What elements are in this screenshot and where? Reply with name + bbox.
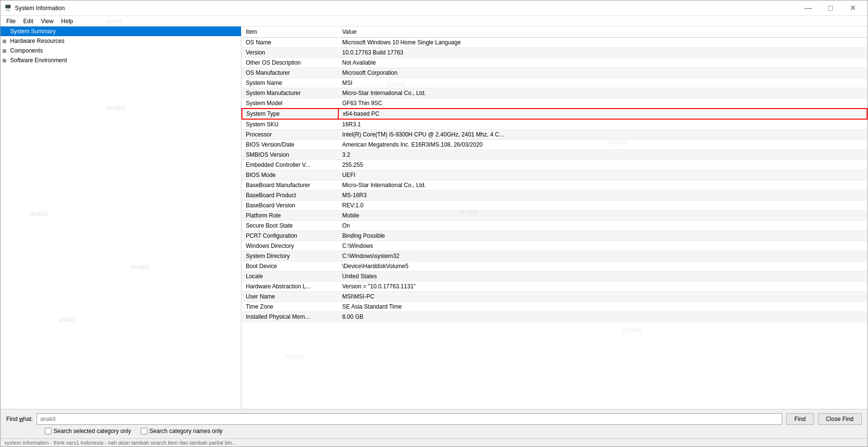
- sidebar-item-hardware-resources[interactable]: ⊞ Hardware Resources: [0, 36, 241, 46]
- table-cell-value: x64-based PC: [338, 108, 867, 119]
- data-table: Item Value OS NameMicrosoft Windows 10 H…: [241, 27, 868, 409]
- expand-icon-hardware: ⊞: [2, 39, 8, 44]
- table-row: Version10.0.17763 Build 17763: [242, 48, 867, 58]
- sidebar-item-components[interactable]: ⊞ Components: [0, 46, 241, 55]
- checkbox-category-names: Search category names only: [141, 428, 223, 434]
- sidebar-label-software-environment: Software Environment: [10, 57, 67, 64]
- table-row: User NameMSI\MSI-PC: [242, 292, 867, 302]
- table-row: Other OS DescriptionNot Available: [242, 58, 867, 68]
- table-cell-value: 255.255: [338, 160, 867, 170]
- table-cell-item: BaseBoard Product: [242, 190, 338, 201]
- table-cell-item: System Directory: [242, 251, 338, 261]
- status-bar: system information - think vars1 indones…: [0, 438, 868, 447]
- close-find-button[interactable]: Close Find: [818, 413, 862, 425]
- checkbox-category-names-input[interactable]: [141, 428, 147, 434]
- find-button[interactable]: Find: [786, 413, 814, 425]
- table-row: LocaleUnited States: [242, 271, 867, 282]
- checkbox-selected-category-input[interactable]: [45, 428, 52, 434]
- app-icon: 🖥️: [4, 4, 12, 12]
- sidebar-watermarks: anakit anakit anakit anakit: [0, 27, 241, 409]
- table-cell-item: Platform Role: [242, 211, 338, 221]
- find-input[interactable]: [37, 413, 782, 425]
- expand-icon-components: ⊞: [2, 48, 8, 54]
- table-cell-item: OS Name: [242, 38, 338, 48]
- table-row: BaseBoard ProductMS-16R3: [242, 190, 867, 201]
- minimize-button[interactable]: —: [797, 0, 819, 16]
- table-cell-value: United States: [338, 271, 867, 282]
- main-window: 🖥️ System Information — □ ✕ File Edit Vi…: [0, 0, 868, 447]
- table-cell-value: American Megatrends Inc. E16R3IMS.108, 2…: [338, 140, 867, 150]
- checkbox-selected-category: Search selected category only: [45, 428, 131, 434]
- table-cell-item: Installed Physical Mem...: [242, 312, 338, 322]
- table-cell-item: System Manufacturer: [242, 88, 338, 98]
- table-cell-item: User Name: [242, 292, 338, 302]
- table-row: BaseBoard VersionREV:1.0: [242, 201, 867, 211]
- table-cell-value: Micro-Star International Co., Ltd.: [338, 88, 867, 98]
- table-row: Boot Device\Device\HarddiskVolume5: [242, 261, 867, 271]
- table-cell-item: Processor: [242, 130, 338, 140]
- table-row: System DirectoryC:\Windows\system32: [242, 251, 867, 261]
- col-header-value: Value: [338, 27, 867, 38]
- menu-view[interactable]: View: [37, 17, 57, 26]
- find-label: Find what:: [6, 416, 33, 422]
- watermark-3: anakit: [131, 263, 148, 271]
- table-cell-item: Secure Boot State: [242, 221, 338, 231]
- checkbox-category-names-label[interactable]: Search category names only: [149, 428, 223, 434]
- menu-edit[interactable]: Edit: [19, 17, 37, 26]
- table-cell-value: Intel(R) Core(TM) i5-9300H CPU @ 2.40GHz…: [338, 130, 867, 140]
- info-table: Item Value OS NameMicrosoft Windows 10 H…: [241, 27, 868, 322]
- table-row: Hardware Abstraction L...Version = "10.0…: [242, 282, 867, 292]
- title-bar: 🖥️ System Information — □ ✕: [0, 0, 868, 16]
- sidebar-label-system-summary: System Summary: [10, 28, 56, 35]
- table-row: PCR7 ConfigurationBinding Possible: [242, 231, 867, 241]
- table-row: System ModelGF63 Thin 9SC: [242, 98, 867, 109]
- table-cell-item: Embedded Controller V...: [242, 160, 338, 170]
- title-bar-controls: — □ ✕: [797, 0, 864, 16]
- table-row: BaseBoard ManufacturerMicro-Star Interna…: [242, 180, 867, 190]
- sidebar-label-hardware-resources: Hardware Resources: [10, 38, 65, 44]
- table-cell-item: BIOS Mode: [242, 170, 338, 180]
- table-row: BIOS ModeUEFI: [242, 170, 867, 180]
- table-cell-value: Mobile: [338, 211, 867, 221]
- table-row: System SKU16R3.1: [242, 119, 867, 130]
- table-cell-item: Windows Directory: [242, 241, 338, 251]
- table-cell-value: MS-16R3: [338, 190, 867, 201]
- table-cell-value: 16R3.1: [338, 119, 867, 130]
- sidebar-item-software-environment[interactable]: ⊞ Software Environment: [0, 55, 241, 65]
- close-button[interactable]: ✕: [841, 0, 864, 16]
- table-cell-value: GF63 Thin 9SC: [338, 98, 867, 109]
- table-cell-item: System Type: [242, 108, 338, 119]
- menu-watermark: anakit: [106, 17, 123, 25]
- menu-help[interactable]: Help: [57, 17, 77, 26]
- table-cell-item: Version: [242, 48, 338, 58]
- checkbox-selected-category-label[interactable]: Search selected category only: [53, 428, 131, 434]
- table-row: Secure Boot StateOn: [242, 221, 867, 231]
- menu-bar: File Edit View Help anakit: [0, 16, 868, 27]
- table-row: ProcessorIntel(R) Core(TM) i5-9300H CPU …: [242, 130, 867, 140]
- table-cell-value: C:\Windows: [338, 241, 867, 251]
- sidebar-item-system-summary[interactable]: System Summary: [0, 27, 241, 36]
- table-row: System Typex64-based PC: [242, 108, 867, 119]
- table-row: Windows DirectoryC:\Windows: [242, 241, 867, 251]
- watermark-2: anakit: [29, 210, 47, 217]
- table-row: SMBIOS Version3.2: [242, 150, 867, 160]
- table-cell-item: BaseBoard Manufacturer: [242, 180, 338, 190]
- table-cell-item: System Model: [242, 98, 338, 109]
- table-cell-item: BIOS Version/Date: [242, 140, 338, 150]
- table-row: System ManufacturerMicro-Star Internatio…: [242, 88, 867, 98]
- table-cell-value: 10.0.17763 Build 17763: [338, 48, 867, 58]
- table-cell-value: \Device\HarddiskVolume5: [338, 261, 867, 271]
- table-row: Platform RoleMobile: [242, 211, 867, 221]
- table-cell-value: MSI: [338, 78, 867, 88]
- bottom-bar: Find what: Find Close Find Search select…: [0, 409, 868, 438]
- table-cell-value: C:\Windows\system32: [338, 251, 867, 261]
- table-cell-value: Not Available: [338, 58, 867, 68]
- table-cell-item: PCR7 Configuration: [242, 231, 338, 241]
- checkbox-row: Search selected category only Search cat…: [6, 428, 862, 434]
- table-cell-value: Micro-Star International Co., Ltd.: [338, 180, 867, 190]
- table-cell-value: REV:1.0: [338, 201, 867, 211]
- menu-file[interactable]: File: [2, 17, 19, 26]
- table-cell-item: OS Manufacturer: [242, 68, 338, 78]
- maximize-button[interactable]: □: [819, 0, 841, 16]
- table-cell-value: 8.00 GB: [338, 312, 867, 322]
